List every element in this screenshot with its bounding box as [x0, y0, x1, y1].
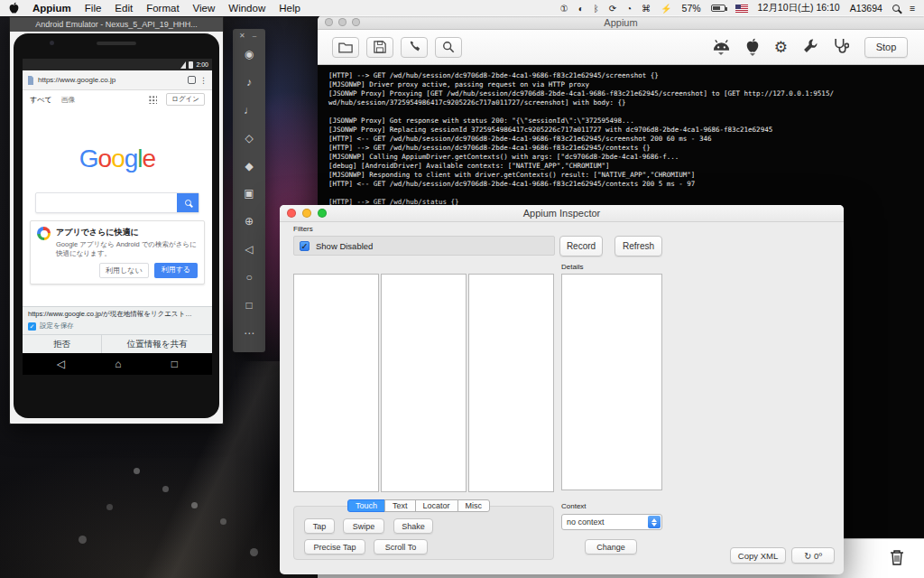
tab-all[interactable]: すべて — [30, 95, 52, 105]
share-location-button[interactable]: 位置情報を共有 — [101, 335, 212, 353]
menu-help[interactable]: Help — [279, 3, 300, 14]
change-context-button[interactable]: Change — [585, 539, 637, 555]
close-button[interactable] — [287, 209, 296, 218]
current-user[interactable]: A13694 — [850, 3, 882, 14]
power-icon[interactable]: ◉ — [245, 48, 254, 61]
tab-images[interactable]: 画像 — [61, 95, 76, 105]
close-button[interactable] — [325, 18, 333, 26]
more-icon[interactable]: ⋯ — [244, 327, 254, 340]
overview-icon[interactable]: □ — [245, 299, 252, 312]
login-button[interactable]: ログイン — [166, 93, 205, 106]
developer-settings-button[interactable] — [803, 38, 818, 57]
tap-button[interactable]: Tap — [304, 518, 335, 534]
toolbar-close-icon[interactable]: ✕ — [239, 32, 245, 41]
appium-server-titlebar[interactable]: Appium — [318, 15, 924, 30]
show-disabled-checkbox[interactable]: ✓ — [300, 241, 310, 251]
log-line — [328, 107, 913, 117]
doctor-button[interactable] — [834, 38, 849, 57]
tab-text[interactable]: Text — [384, 499, 416, 512]
zoom-button[interactable] — [352, 18, 360, 26]
minimize-button[interactable] — [302, 209, 311, 218]
bluetooth-icon[interactable]: ᛒ — [594, 4, 599, 14]
context-dropdown[interactable]: no context — [561, 514, 662, 530]
spotlight-icon[interactable] — [892, 5, 900, 12]
time-machine-icon[interactable]: ⟳ — [609, 4, 616, 14]
rotate-right-icon[interactable]: ◆ — [245, 160, 253, 172]
menu-view[interactable]: View — [193, 3, 216, 14]
save-setting-checkbox[interactable]: ✓ — [28, 322, 36, 331]
context-value: no context — [567, 517, 605, 527]
action-tabs: Touch Text Locator Misc — [347, 499, 490, 512]
search-button[interactable] — [177, 193, 199, 212]
rotate-device-button[interactable]: ↻ 0º — [791, 547, 835, 564]
tab-switcher-icon[interactable] — [188, 76, 196, 84]
menu-bar-clock[interactable]: 12月10日(土) 16:10 — [758, 2, 840, 14]
home-icon[interactable]: ⌂ — [115, 358, 121, 370]
tab-misc[interactable]: Misc — [457, 499, 491, 512]
search-input[interactable] — [36, 193, 177, 212]
save-button[interactable] — [366, 37, 393, 58]
circle-1-icon[interactable]: ① — [560, 4, 568, 14]
home-icon[interactable]: ○ — [245, 271, 252, 284]
apple-settings-button[interactable] — [746, 38, 759, 56]
search-box[interactable] — [35, 192, 199, 213]
battery-icon[interactable] — [711, 5, 725, 12]
element-tree-column-3[interactable] — [468, 274, 554, 492]
volume-down-icon[interactable]: ♩ — [244, 104, 254, 117]
phone-screen[interactable]: 2:00 https://www.google.co.jp ⋮ すべて 画像 ロ… — [23, 59, 212, 375]
android-settings-button[interactable] — [712, 39, 731, 55]
copy-xml-button[interactable]: Copy XML — [730, 547, 786, 564]
menu-window[interactable]: Window — [228, 3, 265, 14]
url-text[interactable]: https://www.google.co.jp — [38, 76, 184, 84]
deny-location-button[interactable]: 拒否 — [23, 335, 101, 353]
precise-tap-button[interactable]: Precise Tap — [304, 539, 365, 555]
refresh-button[interactable]: Refresh — [614, 236, 662, 256]
screenshot-icon[interactable]: ▣ — [244, 187, 254, 200]
menu-appium[interactable]: Appium — [32, 3, 71, 14]
keyboard-icon[interactable]: ⌘ — [642, 4, 651, 14]
notification-center-icon[interactable]: ≡ — [910, 3, 915, 14]
inspector-search-button[interactable] — [435, 37, 462, 58]
input-language-flag-icon[interactable] — [735, 5, 748, 13]
scroll-to-button[interactable]: Scroll To — [374, 539, 428, 555]
display-icon[interactable]: ◐ — [578, 4, 584, 14]
shake-button[interactable]: Shake — [393, 518, 433, 534]
stop-server-button[interactable]: Stop — [864, 37, 908, 58]
volume-icon[interactable]: ◔ — [626, 4, 632, 14]
log-line: [HTTP] --> GET /wd/hub/session/dc9706d8-… — [328, 144, 913, 153]
rotate-left-icon[interactable]: ◇ — [245, 132, 253, 144]
menu-edit[interactable]: Edit — [115, 3, 133, 14]
browser-url-bar[interactable]: https://www.google.co.jp ⋮ — [23, 70, 212, 90]
swipe-button[interactable]: Swipe — [343, 518, 384, 534]
details-panel[interactable] — [561, 274, 662, 490]
inspector-titlebar[interactable]: Appium Inspector — [280, 205, 844, 222]
zoom-button[interactable] — [318, 209, 327, 218]
tab-touch[interactable]: Touch — [347, 499, 385, 512]
promo-accept-button[interactable]: 利用する — [154, 263, 198, 278]
back-icon[interactable]: ◁ — [245, 243, 253, 256]
apps-grid-icon[interactable] — [148, 95, 157, 104]
menu-file[interactable]: File — [85, 3, 102, 14]
emulator-titlebar[interactable]: Android Emulator - Nexus_5_API_19_HHH... — [10, 17, 223, 32]
tab-locator[interactable]: Locator — [415, 499, 458, 512]
menu-format[interactable]: Format — [146, 3, 179, 14]
element-tree-column-2[interactable] — [381, 274, 467, 492]
recents-icon[interactable]: □ — [171, 358, 178, 370]
browser-menu-icon[interactable]: ⋮ — [199, 76, 208, 85]
general-settings-button[interactable]: ⚙ — [774, 40, 788, 55]
toolbar-minimize-icon[interactable]: – — [253, 32, 256, 41]
zoom-icon[interactable]: ⊕ — [245, 215, 254, 228]
battery-app-icon[interactable]: ⚡ — [661, 4, 671, 14]
minimize-button[interactable] — [338, 18, 346, 26]
handset-button[interactable] — [401, 37, 428, 58]
rotation-value: 0º — [814, 551, 822, 561]
volume-up-icon[interactable]: ♪ — [246, 76, 252, 89]
element-tree-column-1[interactable] — [293, 274, 379, 492]
clear-logs-button[interactable] — [890, 549, 904, 569]
open-file-button[interactable] — [332, 37, 359, 58]
apple-menu[interactable] — [9, 2, 19, 15]
record-button[interactable]: Record — [559, 236, 603, 256]
promo-decline-button[interactable]: 利用しない — [99, 263, 149, 278]
google-logo: Google — [23, 144, 212, 174]
back-icon[interactable]: ◁ — [57, 358, 65, 370]
